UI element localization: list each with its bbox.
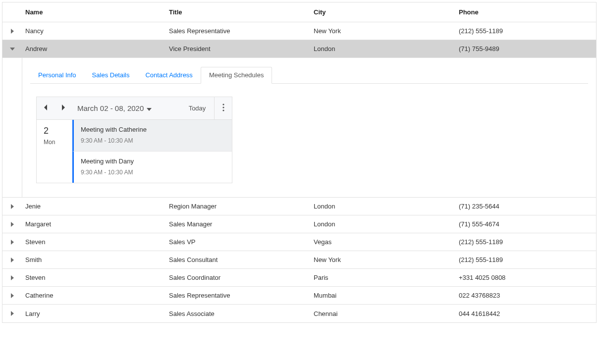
cell-city: London [311, 203, 456, 210]
expand-toggle[interactable] [2, 275, 22, 280]
chevron-right-icon [61, 104, 65, 112]
cell-name: Nancy [22, 27, 166, 35]
more-options-button[interactable] [214, 97, 232, 120]
cell-title: Sales VP [166, 238, 311, 246]
cell-phone: (212) 555-1189 [456, 238, 596, 246]
cell-city: Paris [311, 274, 456, 281]
cell-title: Sales Representative [166, 27, 311, 35]
tab-contact-address[interactable]: Contact Address [137, 67, 200, 83]
grid-row[interactable]: Andrew Vice President London (71) 755-94… [2, 40, 596, 58]
cell-city: London [311, 220, 456, 228]
cell-name: Smith [22, 256, 166, 263]
grid-row[interactable]: Catherine Sales Representative Mumbai 02… [2, 287, 596, 305]
grid-row[interactable]: Smith Sales Consultant New York (212) 55… [2, 251, 596, 269]
chevron-right-icon [10, 204, 15, 209]
grid-row[interactable]: Margaret Sales Manager London (71) 555-4… [2, 215, 596, 233]
chevron-down-icon [10, 47, 15, 52]
chevron-left-icon [44, 104, 48, 112]
expand-toggle[interactable] [2, 47, 22, 52]
cell-phone: (212) 555-1189 [456, 256, 596, 263]
tabstrip: Personal Info Sales Details Contact Addr… [30, 66, 588, 84]
cell-city: New York [311, 27, 456, 35]
svg-point-0 [222, 104, 224, 105]
cell-name: Jenie [22, 203, 166, 210]
detail-indent [2, 58, 22, 197]
cell-name: Steven [22, 274, 166, 281]
chevron-right-icon [10, 311, 15, 316]
expand-toggle[interactable] [2, 311, 22, 316]
chevron-right-icon [10, 240, 15, 245]
expand-toggle[interactable] [2, 293, 22, 298]
grid-row[interactable]: Jenie Region Manager London (71) 235-564… [2, 198, 596, 215]
chevron-right-icon [10, 275, 15, 280]
cell-phone: (71) 235-5644 [456, 203, 596, 210]
detail-content: Personal Info Sales Details Contact Addr… [22, 58, 596, 197]
grid-row[interactable]: Steven Sales VP Vegas (212) 555-1189 [2, 233, 596, 251]
column-header-name[interactable]: Name [22, 8, 166, 16]
grid-row[interactable]: Larry Sales Associate Chennai 044 416184… [2, 305, 596, 322]
event-time: 9:30 AM - 10:30 AM [81, 169, 225, 176]
column-header-city[interactable]: City [311, 8, 456, 16]
svg-point-2 [222, 109, 224, 111]
cell-city: New York [311, 256, 456, 263]
event-time: 9:30 AM - 10:30 AM [81, 137, 225, 144]
tab-meeting-schedules[interactable]: Meeting Schedules [201, 67, 273, 84]
schedule-card: March 02 - 08, 2020 Today [36, 97, 232, 183]
cell-city: London [311, 45, 456, 52]
cell-name: Steven [22, 238, 166, 246]
events-list: Meeting with Catherine 9:30 AM - 10:30 A… [72, 120, 232, 183]
expand-toggle[interactable] [2, 240, 22, 245]
cell-phone: (212) 555-1189 [456, 27, 596, 35]
cell-name: Margaret [22, 220, 166, 228]
svg-point-1 [222, 106, 224, 108]
tab-personal-info[interactable]: Personal Info [30, 67, 84, 83]
grid-row[interactable]: Nancy Sales Representative New York (212… [2, 22, 596, 40]
cell-name: Larry [22, 310, 166, 317]
day-name: Mon [44, 139, 72, 146]
cell-phone: (71) 755-9489 [456, 45, 596, 52]
column-header-phone[interactable]: Phone [456, 8, 596, 16]
tab-sales-details[interactable]: Sales Details [84, 67, 138, 83]
today-button[interactable]: Today [180, 97, 214, 120]
cell-phone: 022 43768823 [456, 292, 596, 299]
cell-phone: +331 4025 0808 [456, 274, 596, 281]
expand-toggle[interactable] [2, 29, 22, 34]
schedule-toolbar: March 02 - 08, 2020 Today [37, 97, 232, 120]
cell-title: Sales Manager [166, 220, 311, 228]
cell-name: Catherine [22, 292, 166, 299]
grid-header-row: Name Title City Phone [2, 2, 596, 22]
cell-title: Sales Consultant [166, 256, 311, 263]
day-number: 2 [44, 126, 72, 137]
cell-phone: (71) 555-4674 [456, 220, 596, 228]
next-week-button[interactable] [55, 97, 72, 120]
column-header-title[interactable]: Title [166, 8, 311, 16]
event-item[interactable]: Meeting with Dany 9:30 AM - 10:30 AM [72, 152, 232, 183]
chevron-right-icon [10, 29, 15, 34]
cell-city: Mumbai [311, 292, 456, 299]
prev-week-button[interactable] [37, 97, 55, 120]
event-item[interactable]: Meeting with Catherine 9:30 AM - 10:30 A… [72, 120, 232, 152]
cell-title: Region Manager [166, 203, 311, 210]
detail-row: Personal Info Sales Details Contact Addr… [2, 58, 596, 198]
expand-toggle[interactable] [2, 258, 22, 262]
event-title: Meeting with Catherine [81, 126, 225, 133]
chevron-right-icon [10, 293, 15, 298]
cell-city: Chennai [311, 310, 456, 317]
day-column: 2 Mon [37, 120, 72, 183]
cell-title: Sales Associate [166, 310, 311, 317]
cell-title: Sales Representative [166, 292, 311, 299]
dropdown-icon [147, 104, 152, 112]
cell-title: Sales Coordinator [166, 274, 311, 281]
cell-name: Andrew [22, 45, 166, 52]
chevron-right-icon [10, 258, 15, 262]
expand-toggle[interactable] [2, 222, 22, 227]
schedule-body: 2 Mon Meeting with Catherine 9:30 AM - 1… [37, 120, 232, 183]
cell-phone: 044 41618442 [456, 310, 596, 317]
vertical-dots-icon [222, 104, 224, 113]
data-grid: Name Title City Phone Nancy Sales Repres… [2, 2, 597, 323]
event-title: Meeting with Dany [81, 157, 225, 165]
expand-toggle[interactable] [2, 204, 22, 209]
grid-row[interactable]: Steven Sales Coordinator Paris +331 4025… [2, 269, 596, 287]
cell-title: Vice President [166, 45, 311, 52]
date-range-picker[interactable]: March 02 - 08, 2020 [77, 104, 152, 112]
